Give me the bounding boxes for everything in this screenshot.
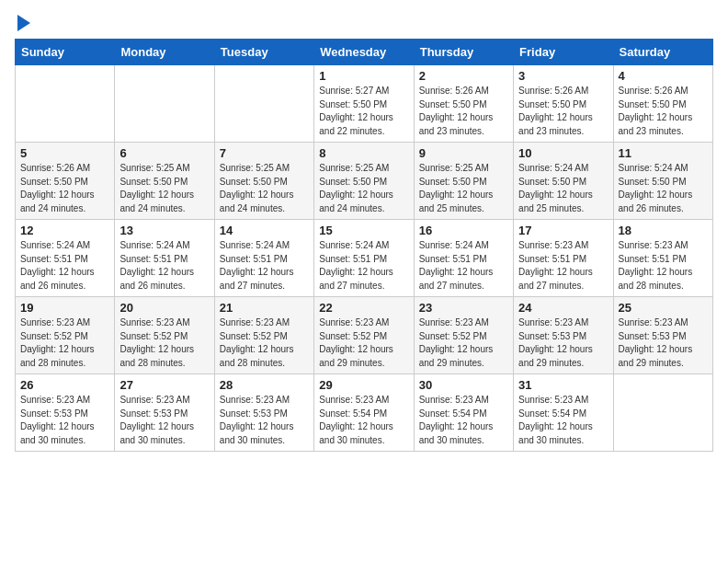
- day-info: Sunrise: 5:23 AM Sunset: 5:54 PM Dayligh…: [319, 394, 408, 447]
- calendar-cell: 6Sunrise: 5:25 AM Sunset: 5:50 PM Daylig…: [115, 143, 214, 220]
- calendar-cell: [115, 65, 214, 143]
- calendar-cell: 25Sunrise: 5:23 AM Sunset: 5:53 PM Dayli…: [613, 297, 712, 374]
- calendar-cell: 3Sunrise: 5:26 AM Sunset: 5:50 PM Daylig…: [514, 65, 613, 143]
- col-header-monday: Monday: [115, 40, 214, 65]
- day-info: Sunrise: 5:23 AM Sunset: 5:53 PM Dayligh…: [119, 394, 209, 447]
- day-info: Sunrise: 5:23 AM Sunset: 5:53 PM Dayligh…: [20, 394, 109, 447]
- day-info: Sunrise: 5:26 AM Sunset: 5:50 PM Dayligh…: [619, 85, 708, 138]
- calendar-cell: 10Sunrise: 5:24 AM Sunset: 5:50 PM Dayli…: [514, 143, 613, 220]
- day-info: Sunrise: 5:25 AM Sunset: 5:50 PM Dayligh…: [119, 162, 209, 215]
- calendar-cell: 21Sunrise: 5:23 AM Sunset: 5:52 PM Dayli…: [214, 297, 313, 374]
- day-number: 21: [220, 301, 309, 315]
- day-info: Sunrise: 5:24 AM Sunset: 5:51 PM Dayligh…: [220, 239, 309, 293]
- day-info: Sunrise: 5:23 AM Sunset: 5:52 PM Dayligh…: [220, 316, 309, 370]
- col-header-tuesday: Tuesday: [214, 40, 313, 65]
- calendar-cell: 30Sunrise: 5:23 AM Sunset: 5:54 PM Dayli…: [414, 374, 513, 452]
- calendar-cell: 20Sunrise: 5:23 AM Sunset: 5:52 PM Dayli…: [115, 297, 214, 374]
- day-number: 22: [319, 301, 408, 315]
- day-info: Sunrise: 5:25 AM Sunset: 5:50 PM Dayligh…: [220, 162, 309, 215]
- day-info: Sunrise: 5:24 AM Sunset: 5:51 PM Dayligh…: [119, 239, 209, 293]
- day-info: Sunrise: 5:23 AM Sunset: 5:52 PM Dayligh…: [319, 316, 408, 370]
- calendar-cell: 13Sunrise: 5:24 AM Sunset: 5:51 PM Dayli…: [115, 220, 214, 297]
- week-row-1: 1Sunrise: 5:27 AM Sunset: 5:50 PM Daylig…: [16, 65, 713, 143]
- calendar-cell: 18Sunrise: 5:23 AM Sunset: 5:51 PM Dayli…: [613, 220, 712, 297]
- day-info: Sunrise: 5:23 AM Sunset: 5:53 PM Dayligh…: [518, 316, 608, 370]
- calendar-cell: 29Sunrise: 5:23 AM Sunset: 5:54 PM Dayli…: [314, 374, 414, 452]
- day-number: 7: [220, 146, 309, 160]
- day-number: 29: [319, 378, 408, 392]
- day-number: 8: [319, 146, 408, 160]
- day-number: 4: [619, 69, 708, 83]
- day-number: 16: [419, 224, 508, 237]
- calendar-cell: 15Sunrise: 5:24 AM Sunset: 5:51 PM Dayli…: [314, 220, 414, 297]
- calendar-cell: 22Sunrise: 5:23 AM Sunset: 5:52 PM Dayli…: [314, 297, 414, 374]
- col-header-thursday: Thursday: [414, 40, 513, 65]
- calendar-cell: 1Sunrise: 5:27 AM Sunset: 5:50 PM Daylig…: [314, 65, 414, 143]
- day-info: Sunrise: 5:25 AM Sunset: 5:50 PM Dayligh…: [419, 162, 508, 215]
- day-info: Sunrise: 5:24 AM Sunset: 5:51 PM Dayligh…: [419, 239, 508, 293]
- day-info: Sunrise: 5:23 AM Sunset: 5:53 PM Dayligh…: [220, 394, 309, 447]
- logo-arrow-icon: [17, 15, 30, 31]
- day-info: Sunrise: 5:24 AM Sunset: 5:50 PM Dayligh…: [518, 162, 608, 215]
- calendar-cell: 23Sunrise: 5:23 AM Sunset: 5:52 PM Dayli…: [414, 297, 513, 374]
- calendar-cell: 8Sunrise: 5:25 AM Sunset: 5:50 PM Daylig…: [314, 143, 414, 220]
- calendar-cell: 27Sunrise: 5:23 AM Sunset: 5:53 PM Dayli…: [115, 374, 214, 452]
- calendar-cell: 5Sunrise: 5:26 AM Sunset: 5:50 PM Daylig…: [16, 143, 115, 220]
- day-info: Sunrise: 5:23 AM Sunset: 5:54 PM Dayligh…: [518, 394, 608, 447]
- calendar-cell: 9Sunrise: 5:25 AM Sunset: 5:50 PM Daylig…: [414, 143, 513, 220]
- calendar-cell: 14Sunrise: 5:24 AM Sunset: 5:51 PM Dayli…: [214, 220, 313, 297]
- week-row-4: 19Sunrise: 5:23 AM Sunset: 5:52 PM Dayli…: [16, 297, 713, 374]
- day-number: 23: [419, 301, 508, 315]
- day-info: Sunrise: 5:23 AM Sunset: 5:51 PM Dayligh…: [619, 239, 708, 293]
- day-info: Sunrise: 5:26 AM Sunset: 5:50 PM Dayligh…: [20, 162, 109, 215]
- day-info: Sunrise: 5:24 AM Sunset: 5:50 PM Dayligh…: [619, 162, 708, 215]
- calendar-cell: 4Sunrise: 5:26 AM Sunset: 5:50 PM Daylig…: [613, 65, 712, 143]
- day-number: 2: [419, 69, 508, 83]
- page-header: [15, 15, 713, 31]
- calendar-cell: [16, 65, 115, 143]
- day-info: Sunrise: 5:26 AM Sunset: 5:50 PM Dayligh…: [518, 85, 608, 138]
- col-header-wednesday: Wednesday: [314, 40, 414, 65]
- col-header-friday: Friday: [514, 40, 613, 65]
- day-number: 27: [119, 378, 209, 392]
- calendar-cell: 2Sunrise: 5:26 AM Sunset: 5:50 PM Daylig…: [414, 65, 513, 143]
- day-info: Sunrise: 5:23 AM Sunset: 5:52 PM Dayligh…: [119, 316, 209, 370]
- col-header-saturday: Saturday: [613, 40, 712, 65]
- day-number: 6: [119, 146, 209, 160]
- calendar-cell: 26Sunrise: 5:23 AM Sunset: 5:53 PM Dayli…: [16, 374, 115, 452]
- calendar-cell: 28Sunrise: 5:23 AM Sunset: 5:53 PM Dayli…: [214, 374, 313, 452]
- day-number: 24: [518, 301, 608, 315]
- day-number: 13: [119, 224, 209, 237]
- calendar-cell: 16Sunrise: 5:24 AM Sunset: 5:51 PM Dayli…: [414, 220, 513, 297]
- day-info: Sunrise: 5:23 AM Sunset: 5:54 PM Dayligh…: [419, 394, 508, 447]
- day-number: 15: [319, 224, 408, 237]
- day-number: 17: [518, 224, 608, 237]
- day-number: 9: [419, 146, 508, 160]
- week-row-5: 26Sunrise: 5:23 AM Sunset: 5:53 PM Dayli…: [16, 374, 713, 452]
- day-number: 10: [518, 146, 608, 160]
- calendar-cell: 24Sunrise: 5:23 AM Sunset: 5:53 PM Dayli…: [514, 297, 613, 374]
- day-number: 26: [20, 378, 109, 392]
- day-info: Sunrise: 5:23 AM Sunset: 5:51 PM Dayligh…: [518, 239, 608, 293]
- day-info: Sunrise: 5:23 AM Sunset: 5:53 PM Dayligh…: [619, 316, 708, 370]
- day-number: 25: [619, 301, 708, 315]
- day-number: 18: [619, 224, 708, 237]
- day-number: 3: [518, 69, 608, 83]
- day-info: Sunrise: 5:24 AM Sunset: 5:51 PM Dayligh…: [319, 239, 408, 293]
- calendar-table: SundayMondayTuesdayWednesdayThursdayFrid…: [15, 39, 713, 452]
- calendar-cell: 17Sunrise: 5:23 AM Sunset: 5:51 PM Dayli…: [514, 220, 613, 297]
- day-info: Sunrise: 5:23 AM Sunset: 5:52 PM Dayligh…: [20, 316, 109, 370]
- day-info: Sunrise: 5:27 AM Sunset: 5:50 PM Dayligh…: [319, 85, 408, 138]
- calendar-cell: 11Sunrise: 5:24 AM Sunset: 5:50 PM Dayli…: [613, 143, 712, 220]
- calendar-cell: 31Sunrise: 5:23 AM Sunset: 5:54 PM Dayli…: [514, 374, 613, 452]
- day-number: 31: [518, 378, 608, 392]
- day-info: Sunrise: 5:26 AM Sunset: 5:50 PM Dayligh…: [419, 85, 508, 138]
- week-row-3: 12Sunrise: 5:24 AM Sunset: 5:51 PM Dayli…: [16, 220, 713, 297]
- day-number: 1: [319, 69, 408, 83]
- calendar-cell: [613, 374, 712, 452]
- day-number: 12: [20, 224, 109, 237]
- calendar-cell: 7Sunrise: 5:25 AM Sunset: 5:50 PM Daylig…: [214, 143, 313, 220]
- day-number: 28: [220, 378, 309, 392]
- day-number: 20: [119, 301, 209, 315]
- day-number: 30: [419, 378, 508, 392]
